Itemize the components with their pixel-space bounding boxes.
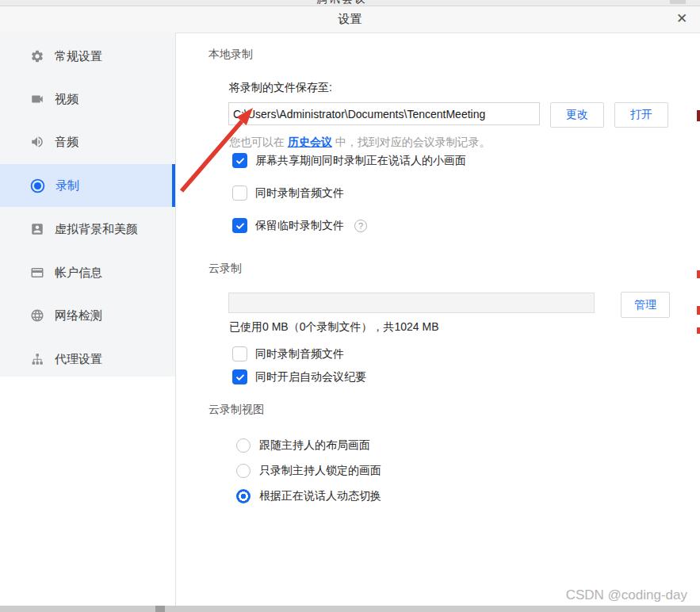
sidebar-item-recording[interactable]: 录制 <box>0 164 175 207</box>
watermark: CSDN @coding-day <box>566 587 687 603</box>
sidebar-item-label: 网络检测 <box>55 308 102 323</box>
radio-unselected-icon[interactable] <box>236 464 251 478</box>
option-label: 同时录制音频文件 <box>255 186 344 201</box>
option-label: 同时录制音频文件 <box>255 347 344 361</box>
history-meetings-link[interactable]: 历史会议 <box>288 136 332 148</box>
checkbox-unchecked-icon[interactable] <box>232 186 247 201</box>
help-icon[interactable]: ? <box>354 220 367 232</box>
cloud-view-section-title: 云录制视图 <box>208 403 264 417</box>
settings-dialog: 腾讯会议 设置 ✕ 常规设置 视频 音频 录制 虚拟背景和美颜 帐户信息 网络检… <box>0 0 700 612</box>
checkbox-checked-icon[interactable] <box>232 153 247 168</box>
cloud-recording-section-title: 云录制 <box>208 262 242 276</box>
sidebar-item-network-test[interactable]: 网络检测 <box>0 294 175 337</box>
record-icon <box>30 178 45 193</box>
sidebar-item-label: 音频 <box>55 135 78 150</box>
background-window-controls <box>670 0 686 4</box>
window-bottom-edge <box>0 606 700 612</box>
background-window-title: 腾讯会议 <box>316 0 367 6</box>
sidebar-divider <box>175 33 176 606</box>
annotation-edge-mark <box>697 270 700 278</box>
sidebar-item-label: 代理设置 <box>55 352 102 367</box>
radio-follow-host-layout[interactable]: 跟随主持人的布局画面 <box>236 438 370 453</box>
sidebar-item-proxy[interactable]: 代理设置 <box>0 338 175 381</box>
sidebar-item-general[interactable]: 常规设置 <box>0 35 175 78</box>
save-path-label: 将录制的文件保存至: <box>229 81 332 95</box>
checkbox-checked-icon[interactable] <box>232 218 247 233</box>
change-path-button[interactable]: 更改 <box>550 102 604 128</box>
dialog-title: 设置 <box>0 6 700 33</box>
person-icon <box>30 222 44 236</box>
annotation-edge-mark <box>697 327 700 334</box>
option-auto-meeting-minutes[interactable]: 同时开启自动会议纪要 <box>232 369 366 384</box>
sidebar-item-account[interactable]: 帐户信息 <box>0 251 175 294</box>
option-label: 保留临时录制文件 <box>255 219 344 233</box>
dialog-titlebar: 设置 ✕ <box>0 6 700 33</box>
card-icon <box>30 266 44 280</box>
radio-active-speaker-switch[interactable]: 根据正在说话人动态切换 <box>236 489 381 503</box>
sitemap-icon <box>30 352 44 366</box>
sidebar-item-label: 常规设置 <box>55 49 102 64</box>
option-label: 同时开启自动会议纪要 <box>255 370 366 384</box>
sidebar-item-label: 录制 <box>55 178 79 193</box>
option-record-audio-file-cloud[interactable]: 同时录制音频文件 <box>232 346 344 361</box>
hint-prefix: 您也可以在 <box>229 136 288 148</box>
open-folder-button[interactable]: 打开 <box>614 102 668 128</box>
sidebar-item-virtual-background[interactable]: 虚拟背景和美颜 <box>0 208 175 251</box>
radio-host-locked-view[interactable]: 只录制主持人锁定的画面 <box>236 464 381 478</box>
option-label: 根据正在说话人动态切换 <box>259 489 381 503</box>
sidebar-item-label: 帐户信息 <box>55 266 102 281</box>
storage-usage-text: 已使用0 MB（0个录制文件），共1024 MB <box>229 320 439 335</box>
save-path-input[interactable] <box>228 102 540 125</box>
sidebar-item-video[interactable]: 视频 <box>0 78 175 120</box>
sidebar-item-label: 虚拟背景和美颜 <box>55 222 138 237</box>
window-bottom-notch <box>155 606 165 612</box>
active-indicator <box>172 164 175 207</box>
gear-icon <box>30 49 44 63</box>
checkbox-checked-icon[interactable] <box>232 369 247 384</box>
sidebar-item-audio[interactable]: 音频 <box>0 120 175 163</box>
globe-icon <box>30 308 44 323</box>
local-recording-section-title: 本地录制 <box>208 48 253 62</box>
radio-unselected-icon[interactable] <box>236 438 251 453</box>
sidebar-item-label: 视频 <box>55 92 78 107</box>
option-record-speaker-thumbnail[interactable]: 屏幕共享期间同时录制正在说话人的小画面 <box>232 153 466 168</box>
option-keep-temp-files[interactable]: 保留临时录制文件 ? <box>232 218 367 233</box>
option-label: 屏幕共享期间同时录制正在说话人的小画面 <box>255 154 466 168</box>
option-label: 只录制主持人锁定的画面 <box>259 464 381 478</box>
manage-cloud-button[interactable]: 管理 <box>621 292 670 318</box>
annotation-edge-mark <box>697 306 700 315</box>
storage-usage-bar <box>228 293 595 313</box>
camera-icon <box>30 92 44 106</box>
radio-selected-icon[interactable] <box>236 489 251 503</box>
hint-suffix: 中，找到对应的会议录制记录。 <box>332 136 491 148</box>
close-icon[interactable]: ✕ <box>671 8 693 30</box>
option-record-audio-file-local[interactable]: 同时录制音频文件 <box>232 186 344 201</box>
checkbox-unchecked-icon[interactable] <box>232 346 247 361</box>
speaker-icon <box>30 135 44 149</box>
history-hint: 您也可以在 历史会议 中，找到对应的会议录制记录。 <box>229 136 491 150</box>
option-label: 跟随主持人的布局画面 <box>259 438 370 453</box>
annotation-edge-mark <box>697 110 700 121</box>
background-window-strip: 腾讯会议 <box>0 0 700 6</box>
